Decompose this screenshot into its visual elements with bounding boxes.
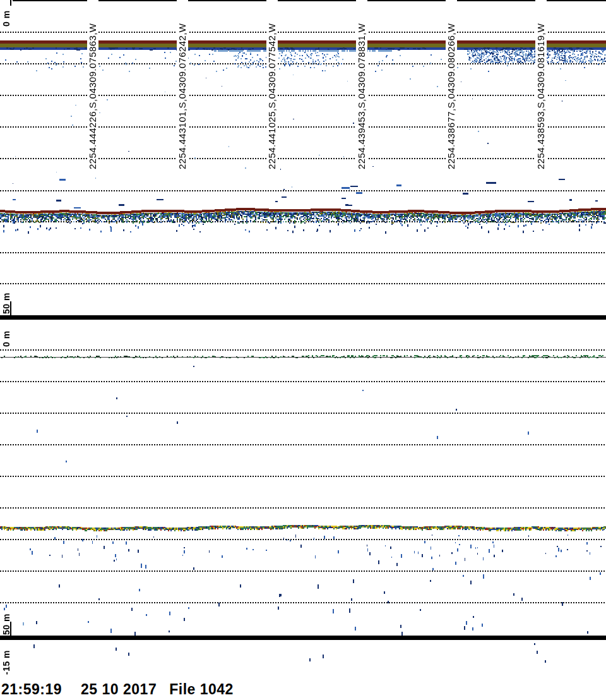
gps-position-label: 2254.438677,S,04309.080266,W [446,0,457,169]
panel3-depth-top-label: -15 m [1,641,12,675]
gps-position-label: 2254.443101,S,04309.076242,W [177,0,188,169]
gps-position-label: 2254.439453,S,04309.078831,W [356,0,367,169]
status-bar: 21:59:1925 10 2017File 1042 [1,681,605,700]
panel1-depth-top-label: 0 m [1,1,12,27]
status-date: 25 10 2017 [81,681,157,697]
gps-position-label: 2254.444226,S,04309.075863,W [87,0,98,169]
panel1-depth-bottom-label: 50 m [1,282,12,314]
panel2-depth-top-label: 0 m [1,320,12,347]
panel2-depth-bottom-label: 50 m [1,603,12,635]
gps-position-label: 2254.441025,S,04309.077542,W [266,0,278,169]
status-file: File 1042 [169,681,234,697]
echogram-screen: 0 m 50 m 0 m 50 m -15 m 2254.444226,S,04… [0,0,606,700]
status-time: 21:59:19 [1,681,62,697]
gps-position-label: 2254.438593,S,04309.081619,W [535,0,547,169]
